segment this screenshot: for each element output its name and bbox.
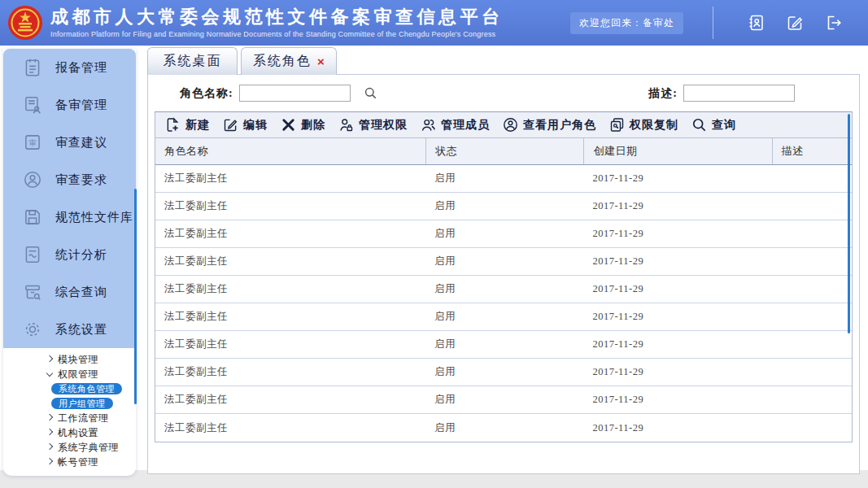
cell-create-date: 2017-11-29 [583,414,771,442]
tab-system-desktop[interactable]: 系统桌面 [147,47,238,75]
table-row[interactable]: 法工委副主任 启用 2017-11-29 [155,248,852,276]
contact-card-icon[interactable] [746,13,765,33]
edit-pencil-icon [222,116,239,133]
button-label: 删除 [301,118,325,133]
gear-icon [22,319,43,340]
cell-create-date: 2017-11-29 [583,303,771,330]
grid-scrollbar[interactable] [848,114,850,333]
table-row[interactable]: 法工委副主任 启用 2017-11-29 [155,414,852,442]
cell-description [772,303,852,330]
tree-item-label: 帐号管理 [58,455,98,469]
cell-description [772,220,852,247]
sidebar-item-shencha-yaoqiu[interactable]: 审查要求 [3,161,136,198]
document-user-icon [22,94,43,115]
delete-button[interactable]: 删除 [280,116,325,133]
tree-item-organization[interactable]: 机构设置 [3,425,136,440]
cell-description [772,248,852,275]
table-row[interactable]: 法工委副主任 启用 2017-11-29 [155,359,852,386]
tree-item-label: 模块管理 [58,353,98,367]
table-row[interactable]: 法工委副主任 启用 2017-11-29 [155,303,852,331]
description-label: 描述: [648,86,678,101]
cell-role-name: 法工委副主任 [155,165,425,192]
grid-toolbar: 新建 编辑 删除 管理权限 [155,112,852,138]
roles-grid: 新建 编辑 删除 管理权限 [155,111,853,442]
cell-role-name: 法工委副主任 [155,303,425,330]
cell-create-date: 2017-11-29 [583,386,771,413]
sidebar-item-baobei[interactable]: 报备管理 [3,49,136,86]
sidebar-item-shencha-jianyi[interactable]: 审 审查建议 [3,124,136,161]
table-row[interactable]: 法工委副主任 启用 2017-11-29 [155,220,852,248]
title-block: 成都市人大常委会规范性文件备案审查信息平台 Information Platfo… [50,7,504,37]
cell-description [772,193,852,220]
app-subtitle: Information Platform for Filing and Exam… [50,30,504,38]
tab-label: 系统角色 [253,53,312,70]
edit-button[interactable]: 编辑 [222,116,268,133]
table-row[interactable]: 法工委副主任 启用 2017-11-29 [155,331,852,359]
cell-role-name: 法工委副主任 [155,414,425,442]
cell-status: 启用 [425,359,583,386]
logout-icon[interactable] [824,13,844,33]
search-form: 角色名称: 描述: [148,75,859,111]
sidebar-item-label: 统计分析 [55,247,107,263]
manage-members-button[interactable]: 管理成员 [420,116,490,133]
table-row[interactable]: 法工委副主任 启用 2017-11-29 [155,165,852,193]
view-user-roles-button[interactable]: 查看用户角色 [502,116,596,133]
edit-note-icon[interactable] [785,13,805,33]
chevron-right-icon [46,458,58,466]
chevron-right-icon [46,429,58,437]
sidebar-item-label: 系统设置 [55,322,107,338]
table-row[interactable]: 法工委副主任 启用 2017-11-29 [155,276,852,303]
table-row[interactable]: 法工委副主任 启用 2017-11-29 [155,193,852,220]
welcome-user-button[interactable]: 欢迎您回来：备审处 [570,12,683,34]
search-icon[interactable] [363,85,378,101]
sidebar-item-beishen[interactable]: 备审管理 [3,86,136,124]
query-button[interactable]: 查询 [691,116,736,133]
tree-item-label: 工作流管理 [58,412,109,425]
close-icon[interactable]: × [317,54,325,68]
sidebar-scrollbar[interactable] [134,189,137,404]
tab-system-roles[interactable]: 系统角色 × [241,47,337,75]
svg-text:审: 审 [28,139,36,147]
cell-create-date: 2017-11-29 [583,165,771,192]
cell-status: 启用 [425,276,583,303]
archive-search-icon [22,281,43,303]
sidebar: 报备管理 备审管理 审 审查建议 审查要求 规范性文件库 [3,49,136,476]
delete-x-icon [280,116,297,133]
sidebar-item-label: 审查要求 [55,172,107,188]
tree-item-dictionary[interactable]: 系统字典管理 [3,440,136,455]
sidebar-menu: 报备管理 备审管理 审 审查建议 审查要求 规范性文件库 [3,49,136,348]
cell-role-name: 法工委副主任 [155,331,425,358]
tree-item-workflow[interactable]: 工作流管理 [3,411,136,425]
tree-item-account[interactable]: 帐号管理 [3,455,136,469]
app-header: 成都市人大常委会规范性文件备案审查信息平台 Information Platfo… [0,0,868,46]
role-name-label: 角色名称: [180,86,233,101]
national-emblem-logo [7,5,43,41]
cell-status: 启用 [425,193,583,220]
sidebar-item-zonghe-chaxun[interactable]: 综合查询 [3,273,136,311]
user-circle-icon [22,169,43,190]
tree-item-system-roles[interactable]: 系统角色管理 [51,383,122,394]
cell-role-name: 法工委副主任 [155,276,425,303]
sidebar-item-tongji[interactable]: 统计分析 [3,236,136,273]
button-label: 管理成员 [441,118,490,133]
role-name-input[interactable] [239,85,351,102]
manage-permissions-button[interactable]: 管理权限 [338,116,408,133]
table-row[interactable]: 法工委副主任 启用 2017-11-29 [155,386,852,414]
description-filter-group: 描述: [648,85,795,102]
tree-child-row: 用户组管理 [3,396,136,411]
new-button[interactable]: 新建 [164,116,210,133]
tree-item-module[interactable]: 模块管理 [3,352,136,367]
tree-item-user-groups[interactable]: 用户组管理 [51,398,113,409]
cell-description [772,165,852,192]
column-header-description: 描述 [772,138,852,164]
sidebar-item-wenjianku[interactable]: 规范性文件库 [3,198,136,236]
description-input[interactable] [683,85,795,102]
tree-child-row: 系统角色管理 [3,381,136,396]
sidebar-item-label: 规范性文件库 [55,210,133,225]
copy-permissions-button[interactable]: 权限复制 [608,116,678,133]
tree-item-permission[interactable]: 权限管理 [3,367,136,381]
cell-create-date: 2017-11-29 [583,248,771,275]
sidebar-item-xitong-shezhi[interactable]: 系统设置 [3,311,136,348]
settings-tree: 模块管理 权限管理 系统角色管理 用户组管理 工作流管理 机构设置 系统字典管理… [3,348,136,469]
cell-role-name: 法工委副主任 [155,359,425,386]
